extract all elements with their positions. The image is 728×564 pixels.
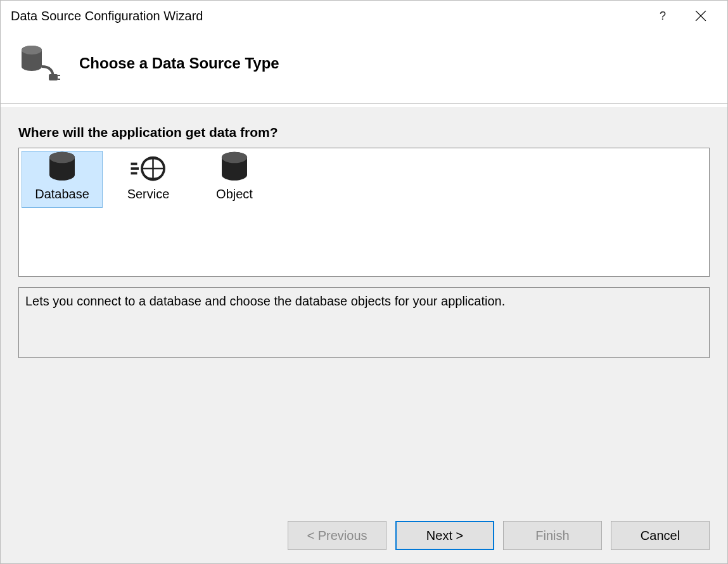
wizard-footer: < Previous Next > Finish Cancel (1, 508, 727, 563)
window-title: Data Source Configuration Wizard (11, 9, 644, 23)
data-source-description: Lets you connect to a database and choos… (18, 287, 710, 358)
option-label: Database (35, 187, 89, 202)
finish-button[interactable]: Finish (503, 521, 602, 550)
option-label: Service (127, 187, 170, 202)
svg-point-8 (49, 152, 75, 163)
wizard-header: Choose a Data Source Type (1, 31, 727, 104)
data-source-option-list: Database Service (18, 148, 710, 277)
cancel-button[interactable]: Cancel (611, 521, 710, 550)
wizard-step-title: Choose a Data Source Type (79, 54, 279, 72)
wizard-header-icon (16, 41, 60, 86)
wizard-body: Where will the application get data from… (1, 107, 727, 508)
next-button[interactable]: Next > (395, 521, 494, 550)
close-icon (695, 10, 706, 22)
option-database[interactable]: Database (22, 151, 103, 208)
close-button[interactable] (682, 1, 720, 31)
option-label: Object (216, 187, 253, 202)
option-service[interactable]: Service (108, 151, 189, 208)
database-icon (43, 153, 81, 184)
help-button[interactable]: ? (644, 1, 682, 31)
object-icon (215, 153, 253, 184)
database-plug-icon (16, 41, 60, 86)
data-source-question: Where will the application get data from… (18, 125, 710, 140)
previous-button[interactable]: < Previous (288, 521, 386, 550)
service-icon (129, 153, 167, 184)
svg-rect-4 (49, 74, 58, 80)
titlebar: Data Source Configuration Wizard ? (1, 1, 727, 31)
svg-point-16 (222, 152, 247, 163)
option-object[interactable]: Object (194, 151, 275, 208)
svg-point-3 (22, 46, 42, 54)
